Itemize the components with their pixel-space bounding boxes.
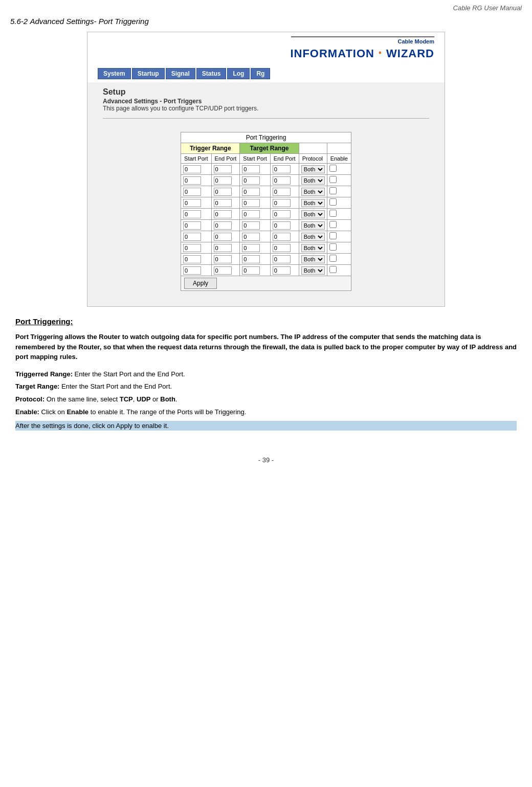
row-1-target-end-port[interactable] — [273, 176, 291, 185]
row-8-end-port[interactable] — [214, 255, 232, 263]
apply-row: Apply — [181, 276, 351, 291]
row-5-start-port[interactable] — [183, 221, 201, 230]
row-9-target-end-port[interactable] — [273, 266, 291, 275]
table-row: BothTCPUDP — [181, 186, 351, 197]
row-1-enable-checkbox[interactable] — [329, 176, 337, 183]
table-row: BothTCPUDP — [181, 265, 351, 276]
section-title: 5.6-2 Advanced Settings- Port Triggering — [0, 13, 532, 32]
section-main-title: Advanced Settings- — [30, 17, 96, 26]
row-9-enable-checkbox[interactable] — [329, 266, 337, 273]
row-7-target-end-port[interactable] — [273, 244, 291, 252]
page-number: - 39 - — [258, 456, 274, 464]
row-0-protocol-select[interactable]: BothTCPUDP — [301, 165, 325, 173]
row-3-target-end-port[interactable] — [273, 199, 291, 207]
target-range-header: Target Range — [240, 143, 299, 154]
row-6-target-start-port[interactable] — [242, 233, 260, 241]
row-0-target-end-port[interactable] — [273, 165, 291, 173]
desc-item-1: Triggerred Range: Enter the Start Port a… — [15, 369, 517, 380]
desc-label-1: Triggerred Range: — [15, 370, 73, 378]
row-9-protocol-select[interactable]: BothTCPUDP — [301, 266, 325, 275]
row-8-target-start-port[interactable] — [242, 255, 260, 263]
row-4-protocol-select[interactable]: BothTCPUDP — [301, 210, 325, 218]
row-2-protocol-select[interactable]: BothTCPUDP — [301, 188, 325, 196]
row-6-start-port[interactable] — [183, 233, 201, 241]
row-2-start-port[interactable] — [183, 188, 201, 196]
pt-heading: Port Triggering: — [15, 317, 517, 326]
row-3-target-start-port[interactable] — [242, 199, 260, 207]
row-5-protocol-select[interactable]: BothTCPUDP — [301, 221, 325, 230]
row-9-start-port[interactable] — [183, 266, 201, 275]
table-area: Port Triggering Trigger Range Target Ran… — [87, 122, 445, 301]
tab-rg[interactable]: Rg — [251, 68, 270, 79]
row-8-start-port[interactable] — [183, 255, 201, 263]
row-1-end-port[interactable] — [214, 176, 232, 185]
row-0-end-port[interactable] — [214, 165, 232, 173]
row-8-protocol-select[interactable]: BothTCPUDP — [301, 255, 325, 263]
tab-log[interactable]: Log — [227, 68, 250, 79]
row-3-end-port[interactable] — [214, 199, 232, 207]
col-enable: Enable — [327, 154, 351, 164]
table-row: BothTCPUDP — [181, 254, 351, 265]
row-9-target-start-port[interactable] — [242, 266, 260, 275]
setup-title: Setup — [103, 87, 429, 97]
row-6-end-port[interactable] — [214, 233, 232, 241]
row-6-protocol-select[interactable]: BothTCPUDP — [301, 233, 325, 241]
row-4-target-start-port[interactable] — [242, 210, 260, 218]
row-7-start-port[interactable] — [183, 244, 201, 252]
header-line — [291, 36, 434, 37]
row-1-protocol-select[interactable]: BothTCPUDP — [301, 176, 325, 185]
row-9-end-port[interactable] — [214, 266, 232, 275]
info-text: INFORMATION — [290, 47, 374, 60]
row-2-enable-checkbox[interactable] — [329, 187, 337, 194]
row-1-target-start-port[interactable] — [242, 176, 260, 185]
row-2-end-port[interactable] — [214, 188, 232, 196]
row-3-protocol-select[interactable]: BothTCPUDP — [301, 199, 325, 207]
row-3-start-port[interactable] — [183, 199, 201, 207]
port-trigger-table: Port Triggering Trigger Range Target Ran… — [181, 132, 351, 291]
table-row: BothTCPUDP — [181, 164, 351, 175]
row-1-start-port[interactable] — [183, 176, 201, 185]
desc-text-3: On the same line, select TCP, UDP or Bot… — [47, 395, 178, 403]
nav-tabs: System Startup Signal Status Log Rg — [87, 65, 445, 82]
row-8-target-end-port[interactable] — [273, 255, 291, 263]
row-5-target-end-port[interactable] — [273, 221, 291, 230]
column-header-row: Start Port End Port Start Port End Port … — [181, 154, 351, 164]
row-0-target-start-port[interactable] — [242, 165, 260, 173]
modem-header: Cable Modem INFORMATION · WIZARD — [87, 32, 445, 65]
row-2-target-end-port[interactable] — [273, 188, 291, 196]
tab-signal[interactable]: Signal — [166, 68, 195, 79]
desc-item-2: Target Range: Enter the Start Port and t… — [15, 381, 517, 392]
row-7-protocol-select[interactable]: BothTCPUDP — [301, 244, 325, 252]
row-4-enable-checkbox[interactable] — [329, 210, 337, 217]
row-7-enable-checkbox[interactable] — [329, 243, 337, 251]
row-0-start-port[interactable] — [183, 165, 201, 173]
pt-body: Port Triggering allows the Router to wat… — [15, 332, 517, 362]
row-3-enable-checkbox[interactable] — [329, 198, 337, 206]
desc-text-1: Enter the Start Port and the End Port. — [75, 370, 185, 378]
row-2-target-start-port[interactable] — [242, 188, 260, 196]
description-section: Port Triggering: Port Triggering allows … — [0, 307, 532, 441]
row-0-enable-checkbox[interactable] — [329, 165, 337, 172]
apply-button[interactable]: Apply — [184, 278, 217, 289]
row-4-end-port[interactable] — [214, 210, 232, 218]
row-6-target-end-port[interactable] — [273, 233, 291, 241]
tab-status[interactable]: Status — [196, 68, 227, 79]
modem-container: Cable Modem INFORMATION · WIZARD System … — [87, 32, 445, 307]
enable-range-header — [327, 143, 351, 154]
row-7-end-port[interactable] — [214, 244, 232, 252]
row-4-target-end-port[interactable] — [273, 210, 291, 218]
row-8-enable-checkbox[interactable] — [329, 255, 337, 262]
row-5-enable-checkbox[interactable] — [329, 221, 337, 228]
row-7-target-start-port[interactable] — [242, 244, 260, 252]
desc-item-4: Enable: Click on Enable to enable it. Th… — [15, 407, 517, 418]
highlighted-note: After the settings is done, click on App… — [15, 421, 517, 431]
table-title-row: Port Triggering — [181, 132, 351, 143]
row-4-start-port[interactable] — [183, 210, 201, 218]
desc-label-4: Enable: — [15, 408, 39, 416]
row-5-target-start-port[interactable] — [242, 221, 260, 230]
row-5-end-port[interactable] — [214, 221, 232, 230]
tab-startup[interactable]: Startup — [132, 68, 165, 79]
row-6-enable-checkbox[interactable] — [329, 232, 337, 239]
section-number: 5.6-2 — [10, 17, 28, 26]
tab-system[interactable]: System — [98, 68, 131, 79]
